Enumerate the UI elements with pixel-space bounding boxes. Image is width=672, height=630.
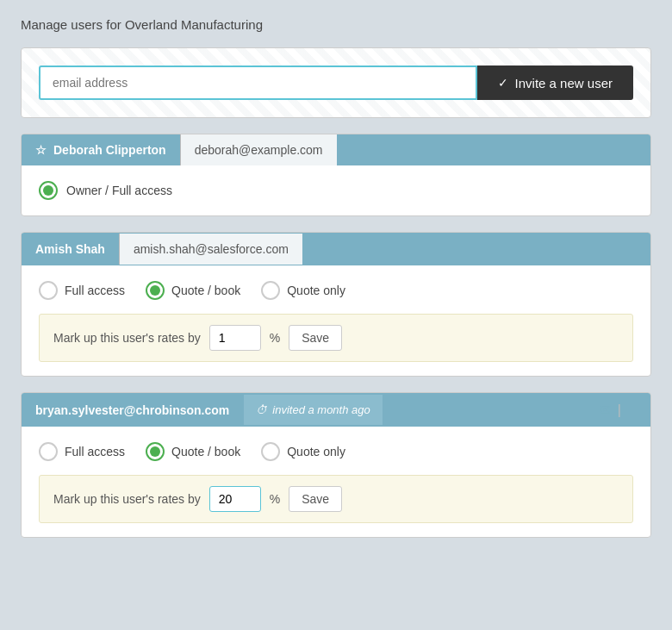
quote-book-radio-bryan [146, 442, 165, 461]
page-title: Manage users for Overland Manufacturing [21, 17, 651, 32]
user-body-amish: Full access Quote / book Quote only Mark… [22, 265, 650, 376]
invite-button-label: Invite a new user [515, 76, 613, 90]
quote-only-radio-bryan [261, 442, 280, 461]
user-body-bryan: Full access Quote / book Quote only Mark… [22, 427, 650, 537]
star-icon: ☆ [35, 143, 47, 157]
save-button-bryan[interactable]: Save [289, 486, 342, 512]
full-access-label-bryan: Full access [65, 445, 125, 458]
email-input[interactable] [39, 65, 477, 100]
user-card-amish: Amish Shah amish.shah@salesforce.com 🗑 F… [21, 232, 651, 377]
invite-row: ✓ Invite a new user [39, 65, 633, 100]
user-email-deborah: deborah@example.com [195, 143, 323, 157]
owner-radio [39, 181, 58, 200]
user-card-deborah: ☆ Deborah Clipperton deborah@example.com… [21, 134, 651, 216]
quote-book-option-amish[interactable]: Quote / book [146, 281, 240, 300]
owner-access: Owner / Full access [22, 165, 650, 215]
save-button-amish[interactable]: Save [289, 325, 342, 351]
quote-only-label-amish: Quote only [287, 284, 345, 297]
invite-button[interactable]: ✓ Invite a new user [477, 65, 633, 100]
markup-row-bryan: Mark up this user's rates by % Save [39, 475, 633, 523]
quote-book-radio-amish [146, 281, 165, 300]
quote-only-option-amish[interactable]: Quote only [261, 281, 345, 300]
markup-label-amish: Mark up this user's rates by [53, 331, 201, 345]
access-radio-group-amish: Full access Quote / book Quote only [39, 281, 633, 300]
owner-access-label: Owner / Full access [66, 184, 172, 197]
quote-book-label-bryan: Quote / book [171, 445, 240, 458]
user-email-amish: amish.shah@salesforce.com [134, 242, 289, 256]
markup-input-amish[interactable] [209, 325, 261, 351]
user-name-tab-deborah[interactable]: ☆ Deborah Clipperton [22, 134, 180, 165]
user-header-bryan: bryan.sylvester@chrobinson.com ⏱ invited… [22, 393, 650, 427]
delete-icon-amish: 🗑 [625, 241, 638, 256]
checkmark-icon: ✓ [498, 76, 508, 90]
markup-input-bryan[interactable] [209, 486, 261, 512]
page-wrapper: Manage users for Overland Manufacturing … [0, 0, 672, 630]
invite-section: ✓ Invite a new user [21, 47, 651, 118]
clock-icon-bryan: ⏱ [256, 403, 267, 416]
user-name-tab-amish[interactable]: Amish Shah [22, 234, 119, 265]
full-access-label-amish: Full access [65, 284, 125, 297]
user-header-deborah: ☆ Deborah Clipperton deborah@example.com [22, 134, 650, 165]
icon-separator-bryan: | [618, 402, 621, 418]
user-email-tab-deborah: deborah@example.com [180, 134, 337, 165]
full-access-option-amish[interactable]: Full access [39, 281, 125, 300]
user-name-deborah: Deborah Clipperton [53, 143, 166, 157]
percent-bryan: % [270, 492, 280, 506]
user-name-tab-bryan[interactable]: bryan.sylvester@chrobinson.com [22, 395, 243, 426]
quote-only-option-bryan[interactable]: Quote only [261, 442, 345, 461]
delete-button-amish[interactable]: 🗑 [613, 233, 650, 265]
action-icons-bryan: ✉ | 🗑 [591, 393, 650, 427]
invited-text-bryan: invited a month ago [272, 403, 370, 416]
access-radio-group-bryan: Full access Quote / book Quote only [39, 442, 633, 461]
markup-label-bryan: Mark up this user's rates by [53, 492, 201, 506]
full-access-radio-amish [39, 281, 58, 300]
quote-only-label-bryan: Quote only [287, 445, 345, 458]
resend-email-icon-bryan[interactable]: ✉ [600, 402, 611, 418]
invited-tab-bryan: ⏱ invited a month ago [243, 395, 382, 425]
user-header-amish: Amish Shah amish.shah@salesforce.com 🗑 [22, 233, 650, 265]
quote-book-option-bryan[interactable]: Quote / book [146, 442, 240, 461]
full-access-option-bryan[interactable]: Full access [39, 442, 125, 461]
user-name-amish: Amish Shah [35, 242, 105, 256]
delete-icon-bryan[interactable]: 🗑 [628, 402, 642, 418]
percent-amish: % [270, 331, 280, 345]
quote-only-radio-amish [261, 281, 280, 300]
user-email-tab-amish: amish.shah@salesforce.com [119, 234, 302, 265]
quote-book-label-amish: Quote / book [171, 284, 240, 297]
markup-row-amish: Mark up this user's rates by % Save [39, 314, 633, 362]
full-access-radio-bryan [39, 442, 58, 461]
user-email-header-bryan: bryan.sylvester@chrobinson.com [35, 403, 229, 417]
user-card-bryan: bryan.sylvester@chrobinson.com ⏱ invited… [21, 392, 651, 538]
